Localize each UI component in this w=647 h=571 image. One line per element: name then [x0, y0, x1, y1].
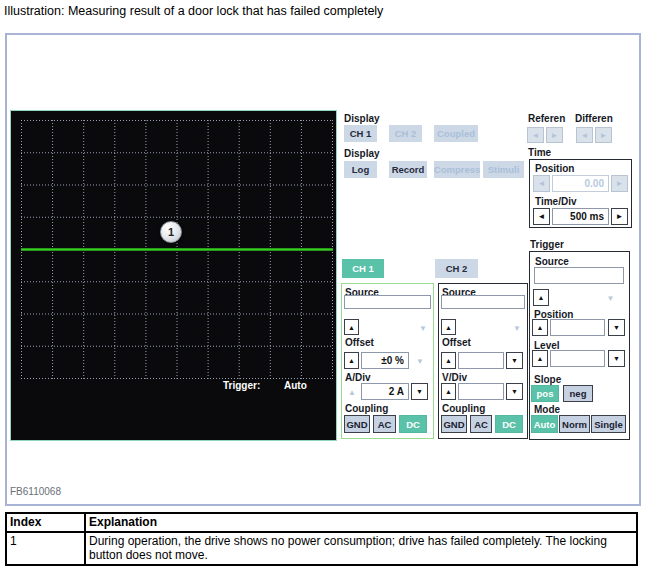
ch1-source-down-button[interactable]: ▼ — [416, 322, 430, 334]
ch2-offset-down-button[interactable]: ▼ — [506, 352, 523, 369]
stimuli-button[interactable]: Stimuli — [483, 161, 524, 178]
timediv-label: Time/Div — [535, 196, 577, 207]
ch2-coupling-label: Coupling — [442, 403, 485, 414]
ch2-coupling-dc-button[interactable]: DC — [495, 415, 523, 433]
table-cell-explanation: During operation, the drive shows no pow… — [86, 533, 636, 564]
ch1-coupling-label: Coupling — [345, 403, 388, 414]
down-arrow-icon: ▼ — [511, 357, 518, 364]
up-arrow-icon: ▲ — [537, 355, 544, 362]
oscilloscope-display: 1 Trigger: Auto — [10, 110, 337, 441]
ch2-vdiv-field[interactable] — [458, 383, 504, 400]
ch2-offset-label: Offset — [442, 337, 471, 348]
timediv-decrease-button[interactable]: ◄ — [533, 208, 550, 225]
trigger-position-up-button[interactable]: ▲ — [532, 319, 548, 336]
ch1-coupling-gnd-button[interactable]: GND — [344, 415, 370, 433]
table-header-explanation: Explanation — [86, 514, 636, 531]
up-arrow-icon: ▲ — [348, 324, 355, 331]
trigger-position-down-button[interactable]: ▼ — [608, 319, 625, 336]
ch1-adiv-down-button[interactable]: ▼ — [411, 383, 428, 400]
ch1-coupling-ac-button[interactable]: AC — [373, 415, 396, 433]
display-modes-label: Display — [344, 148, 380, 159]
slope-pos-button[interactable]: pos — [531, 385, 559, 402]
timediv-increase-button[interactable]: ► — [611, 208, 628, 225]
ch1-source-field[interactable] — [344, 295, 431, 309]
left-arrow-icon: ◄ — [581, 131, 589, 140]
trigger-level-field[interactable] — [550, 350, 605, 367]
down-arrow-icon: ▼ — [513, 324, 521, 333]
right-arrow-icon: ► — [616, 212, 624, 221]
table-cell-index: 1 — [7, 533, 86, 564]
down-arrow-icon: ▼ — [607, 294, 615, 303]
record-button[interactable]: Record — [389, 161, 427, 178]
ch1-coupling-dc-button[interactable]: DC — [399, 415, 427, 433]
ch2-vdiv-up-button[interactable]: ▲ — [441, 383, 456, 400]
measuring-screen: Illustration: Measuring result of a door… — [0, 0, 647, 571]
display-ch2-button[interactable]: CH 2 — [389, 125, 422, 142]
compress-button[interactable]: Compress — [434, 161, 480, 178]
timediv-field[interactable]: 500 ms — [552, 208, 609, 225]
down-arrow-icon: ▼ — [613, 324, 620, 331]
difference-next-button[interactable]: ► — [595, 127, 612, 143]
trigger-group: Source ▲ ▼ Position ▲ ▼ Level ▲ ▼ Slope … — [529, 251, 630, 440]
ch1-offset-label: Offset — [345, 337, 374, 348]
ch2-source-up-button[interactable]: ▲ — [441, 319, 456, 335]
down-arrow-icon: ▼ — [416, 388, 423, 395]
trigger-slope-label: Slope — [534, 374, 561, 385]
display-ch1-button[interactable]: CH 1 — [344, 125, 377, 142]
measurement-frame: 1 Trigger: Auto FB6110068 Display CH 1 C… — [5, 33, 641, 506]
time-position-increase-button[interactable]: ► — [611, 175, 628, 192]
ch1-adiv-field[interactable]: 2 A — [361, 383, 409, 400]
down-arrow-icon: ▼ — [416, 357, 424, 366]
log-button[interactable]: Log — [344, 161, 377, 178]
ch1-adiv-up-button[interactable]: ▲ — [345, 386, 359, 398]
right-arrow-icon: ► — [616, 179, 624, 188]
trigger-level-down-button[interactable]: ▼ — [608, 350, 625, 367]
up-arrow-icon: ▲ — [348, 357, 355, 364]
display-coupled-button[interactable]: Coupled — [434, 125, 478, 142]
ch2-vdiv-down-button[interactable]: ▼ — [506, 383, 523, 400]
scope-grid — [21, 120, 333, 379]
ch1-source-up-button[interactable]: ▲ — [344, 319, 359, 335]
ch1-offset-down-button[interactable]: ▼ — [413, 355, 427, 367]
trigger-source-down-button[interactable]: ▼ — [603, 292, 618, 305]
trigger-source-label: Source — [535, 256, 569, 267]
time-position-field[interactable]: 0.00 — [552, 175, 609, 192]
ch1-offset-up-button[interactable]: ▲ — [344, 352, 359, 369]
ch2-offset-up-button[interactable]: ▲ — [441, 352, 456, 369]
reference-next-button[interactable]: ► — [546, 127, 563, 143]
mode-single-button[interactable]: Single — [591, 415, 626, 433]
display-channels-label: Display — [344, 113, 380, 124]
ch2-offset-field[interactable] — [458, 352, 504, 369]
left-arrow-icon: ◄ — [538, 212, 546, 221]
reference-label: Referen — [528, 113, 565, 124]
trigger-mode-label: Mode — [534, 404, 560, 415]
ch2-source-down-button[interactable]: ▼ — [510, 322, 524, 334]
ch2-panel: Source ▲ ▼ Offset ▲ ▼ V/Div ▲ ▼ Coupling… — [438, 283, 528, 439]
ch2-coupling-ac-button[interactable]: AC — [470, 415, 492, 433]
up-arrow-icon: ▲ — [348, 388, 356, 397]
difference-prev-button[interactable]: ◄ — [576, 127, 593, 143]
trigger-position-field[interactable] — [550, 319, 605, 336]
trigger-source-field[interactable] — [534, 267, 624, 284]
ch1-adiv-label: A/Div — [345, 372, 371, 383]
callout-marker-1: 1 — [160, 221, 182, 243]
table-header-row: Index Explanation — [7, 514, 636, 533]
tab-ch1[interactable]: CH 1 — [342, 259, 384, 278]
explanation-table: Index Explanation 1 During operation, th… — [5, 512, 638, 566]
reference-prev-button[interactable]: ◄ — [527, 127, 544, 143]
trigger-status-label: Trigger: — [223, 380, 260, 391]
trigger-level-up-button[interactable]: ▲ — [532, 350, 548, 367]
time-group: Position ◄ 0.00 ► Time/Div ◄ 500 ms ► — [529, 159, 632, 228]
ch2-source-field[interactable] — [441, 295, 525, 309]
up-arrow-icon: ▲ — [538, 294, 545, 301]
trigger-source-up-button[interactable]: ▲ — [533, 289, 549, 306]
time-position-decrease-button[interactable]: ◄ — [533, 175, 550, 192]
right-arrow-icon: ► — [551, 131, 559, 140]
ch2-coupling-gnd-button[interactable]: GND — [441, 415, 467, 433]
mode-auto-button[interactable]: Auto — [531, 415, 558, 433]
mode-norm-button[interactable]: Norm — [559, 415, 590, 433]
time-label: Time — [528, 147, 551, 158]
slope-neg-button[interactable]: neg — [563, 385, 593, 402]
tab-ch2[interactable]: CH 2 — [435, 259, 478, 278]
ch1-offset-field[interactable]: ±0 % — [361, 352, 409, 369]
